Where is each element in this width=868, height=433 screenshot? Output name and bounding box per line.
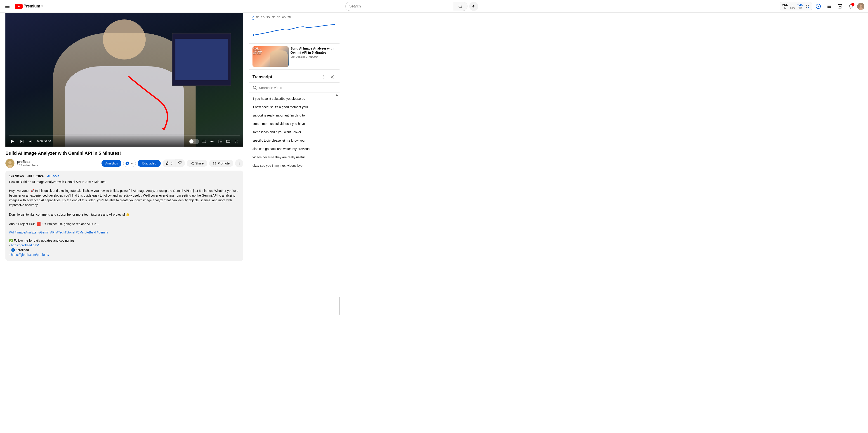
create-icon — [837, 4, 842, 9]
like-dislike-group: 8 — [162, 159, 185, 167]
github-link[interactable]: https://github.com/proflead/ — [11, 253, 49, 257]
miniplayer-button[interactable] — [217, 138, 223, 145]
transcript-scrollbar — [339, 297, 340, 315]
transcript-content: ▲ if you haven't subscribe yet please do… — [249, 93, 340, 433]
progress-bar[interactable] — [9, 136, 240, 136]
transcript-search-input[interactable] — [259, 86, 336, 90]
hamburger-button[interactable] — [4, 3, 11, 10]
transcript-line-8[interactable]: videos because they are really useful — [252, 153, 336, 162]
next-button[interactable] — [19, 138, 25, 145]
action-buttons: Analytics Edit video — [101, 159, 243, 167]
search-bar — [345, 2, 467, 11]
transcript-line-7[interactable]: also can go back and watch my previous — [252, 145, 336, 153]
channel-name[interactable]: proflead — [17, 160, 99, 164]
settings-button[interactable] — [209, 138, 215, 145]
promote-button[interactable]: Promote — [209, 160, 233, 167]
svg-rect-30 — [220, 141, 222, 142]
related-video-updated: Last Updated 07/01/2024 — [290, 55, 336, 58]
more-button[interactable] — [235, 159, 243, 167]
share-button[interactable]: Share — [187, 160, 207, 167]
manage-button[interactable] — [123, 160, 136, 167]
transcript-more-button[interactable] — [320, 73, 327, 81]
tab-5d[interactable]: 5D — [277, 16, 280, 20]
transcript-close-button[interactable] — [329, 73, 336, 81]
stat-views-value: 264 — [782, 3, 787, 7]
ellipsis-icon — [131, 162, 134, 165]
notification-badge: 1 — [851, 3, 855, 6]
transcript-line-2[interactable]: it now because it's a good moment your — [252, 103, 336, 111]
play-icon-small — [125, 161, 129, 165]
like-button[interactable]: 8 — [162, 160, 176, 167]
svg-point-51 — [323, 75, 324, 76]
channel-avatar-image — [5, 159, 14, 168]
dislike-button[interactable] — [176, 159, 185, 167]
description-hashtags[interactable]: #AI #ImageAnalyzer #GeminiAPI #TechTutor… — [9, 231, 240, 234]
scroll-up-button[interactable]: ▲ — [335, 93, 339, 97]
svg-point-28 — [212, 141, 213, 142]
premium-label: Premium — [24, 4, 40, 8]
fullscreen-button[interactable] — [233, 138, 240, 145]
youtube-logo[interactable]: PremiumTH — [15, 4, 44, 9]
tab-6d[interactable]: 6D — [282, 16, 285, 20]
create-button[interactable] — [835, 2, 844, 11]
website-link[interactable]: https://proflead.dev/ — [11, 243, 39, 247]
tab-2d[interactable]: 2D — [261, 16, 265, 20]
svg-rect-40 — [166, 163, 166, 165]
channel-avatar[interactable] — [5, 159, 14, 168]
svg-rect-7 — [808, 5, 809, 6]
transcript-line-5[interactable]: some ideas and if you want I cover — [252, 128, 336, 137]
header-left: PremiumTH — [4, 3, 44, 10]
tab-0d[interactable]: 0 — [252, 16, 254, 20]
person-head — [103, 20, 146, 60]
mic-icon — [472, 4, 476, 8]
menu-button[interactable] — [825, 2, 834, 11]
mic-button[interactable] — [469, 2, 478, 11]
stats-widget: 264 1y 6 60m 245 48h — [780, 2, 812, 10]
yt-studio-button[interactable] — [814, 2, 823, 11]
analytics-button[interactable]: Analytics — [101, 160, 121, 167]
stat-subs: 245 48h — [798, 3, 803, 9]
follow-text: ✅ Follow me for daily updates and coding… — [9, 238, 240, 243]
related-video-thumbnail: BUILDAI IMAGEANALYZERIN 5 MINS — [252, 47, 289, 67]
more-icon — [237, 162, 241, 165]
chart-area — [252, 23, 336, 41]
time-current: 0:00 — [37, 140, 43, 143]
svg-marker-22 — [11, 140, 14, 143]
svg-point-39 — [133, 163, 133, 164]
transcript-line-3[interactable]: support is really important I'm pling to — [252, 111, 336, 120]
trending-section: 0 1D 2D 3D 4D 5D 6D 7D — [249, 13, 340, 44]
edit-video-button[interactable]: Edit video — [138, 160, 160, 167]
theatre-button[interactable] — [225, 138, 231, 145]
stat-subs-label: 48h — [798, 7, 802, 9]
tab-7d[interactable]: 7D — [287, 16, 291, 20]
search-input[interactable] — [349, 4, 450, 8]
thumb-person — [270, 51, 288, 67]
like-icon — [165, 161, 169, 165]
transcript-line-4[interactable]: create more useful videos if you have — [252, 120, 336, 128]
tab-1d[interactable]: 1D — [256, 16, 259, 20]
svg-rect-9 — [808, 6, 809, 8]
category-tag[interactable]: AI Tools — [47, 174, 59, 178]
volume-button[interactable] — [28, 138, 34, 145]
transcript-line-1[interactable]: if you haven't subscribe yet please do — [252, 94, 336, 103]
transcript-line-6[interactable]: specific topic please let me know you — [252, 137, 336, 145]
play-icon — [10, 139, 15, 144]
subtitles-button[interactable]: CC — [201, 138, 207, 145]
search-button[interactable] — [453, 2, 467, 11]
stat-views: 264 1y — [782, 3, 787, 9]
header-center — [44, 2, 780, 11]
dislike-icon — [178, 161, 182, 165]
autoplay-toggle[interactable] — [189, 139, 199, 144]
svg-marker-11 — [818, 5, 819, 7]
tab-4d[interactable]: 4D — [272, 16, 275, 20]
related-video[interactable]: BUILDAI IMAGEANALYZERIN 5 MINS Build AI … — [249, 44, 340, 69]
user-avatar[interactable] — [857, 3, 864, 10]
menu-icon — [827, 4, 832, 9]
play-button[interactable] — [9, 138, 16, 145]
transcript-line-9[interactable]: okay see you in my next videos bye — [252, 162, 336, 170]
notifications-button[interactable]: 1 — [846, 2, 855, 11]
description-body: Hey everyone! 🚀 In this quick and exciti… — [9, 189, 240, 227]
skip-next-icon — [20, 139, 24, 144]
tab-3d[interactable]: 3D — [266, 16, 270, 20]
description-box: 124 views Jul 1, 2024 AI Tools How to Bu… — [5, 171, 243, 261]
